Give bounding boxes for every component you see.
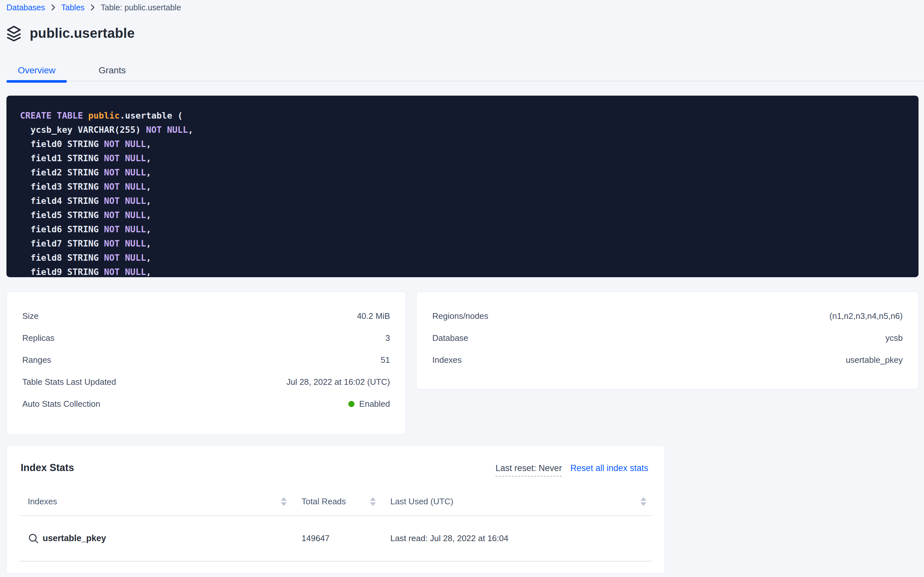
breadcrumb: Databases Tables Table: public.usertable [6,2,181,13]
create-table-statement: CREATE TABLE public.usertable ( ycsb_key… [6,96,919,277]
column-header-total-reads[interactable]: Total Reads [291,496,380,506]
summary-row-size: Size 40.2 MiB [22,305,390,327]
row-label: Regions/nodes [432,311,488,321]
sql-line: CREATE TABLE public.usertable ( [20,108,906,123]
chevron-right-icon [90,4,95,11]
row-value: 40.2 MiB [357,311,390,321]
index-table-header: Indexes Total Reads Last Used (UTC) [20,487,652,516]
breadcrumb-link-databases[interactable]: Databases [6,2,45,13]
row-label: Database [432,333,468,343]
row-label: Ranges [22,355,51,365]
summary-row-database: Database ycsb [432,327,903,349]
sql-line: field9 STRING NOT NULL, [20,265,906,277]
summary-row-regions: Regions/nodes (n1,n2,n3,n4,n5,n6) [432,305,903,327]
sql-line: field7 STRING NOT NULL, [20,237,906,251]
summary-row-auto-stats: Auto Stats Collection Enabled [22,393,390,415]
reset-index-stats-link[interactable]: Reset all index stats [570,463,648,473]
row-value: Enabled [348,399,390,409]
table-summary-card: Size 40.2 MiB Replicas 3 Ranges 51 Table… [6,292,406,435]
row-value: 51 [381,355,390,365]
page-title-block: public.usertable [6,25,135,41]
breadcrumb-link-tables[interactable]: Tables [61,2,85,13]
sql-line: field3 STRING NOT NULL, [20,180,906,194]
summary-row-indexes: Indexes usertable_pkey [432,349,903,371]
table-location-card: Regions/nodes (n1,n2,n3,n4,n5,n6) Databa… [416,292,919,389]
sort-arrows-icon [370,497,376,506]
sort-arrows-icon [281,497,287,506]
column-header-indexes[interactable]: Indexes [20,496,291,506]
table-stack-icon [6,25,21,41]
column-label: Indexes [28,496,57,506]
search-icon [28,533,39,544]
tab-overview[interactable]: Overview [6,60,67,81]
status-enabled-dot-icon [348,401,355,407]
column-header-last-used[interactable]: Last Used (UTC) [380,496,652,506]
summary-row-ranges: Ranges 51 [22,349,390,371]
tab-grants[interactable]: Grants [82,60,142,81]
column-label: Last Used (UTC) [390,496,453,506]
tab-bar: Overview Grants [0,60,924,81]
sort-arrows-icon [641,497,646,506]
sql-line: field8 STRING NOT NULL, [20,251,906,265]
column-label: Total Reads [302,496,346,506]
row-value: Jul 28, 2022 at 16:02 (UTC) [286,377,390,387]
row-value: ycsb [885,333,903,343]
sql-line: field6 STRING NOT NULL, [20,222,906,237]
row-label: Indexes [432,355,462,365]
index-table-row: usertable_pkey 149647 Last read: Jul 28,… [20,516,652,561]
last-reset-label[interactable]: Last reset: Never [496,463,562,477]
chevron-right-icon [51,4,56,11]
sql-line: field5 STRING NOT NULL, [20,208,906,222]
row-label: Replicas [22,333,55,343]
row-label: Table Stats Last Updated [22,377,116,387]
index-last-used: Last read: Jul 28, 2022 at 16:04 [380,533,652,543]
sql-line: field2 STRING NOT NULL, [20,165,906,180]
status-text: Enabled [359,399,390,409]
index-stats-card: Index Stats Last reset: Never Reset all … [6,445,665,574]
row-label: Auto Stats Collection [22,399,100,409]
row-value: 3 [386,333,390,343]
index-total-reads: 149647 [291,533,380,543]
index-stats-header: Index Stats Last reset: Never Reset all … [7,446,664,477]
index-stats-table: Indexes Total Reads Last Used (UTC) [20,487,652,561]
summary-row-stats-updated: Table Stats Last Updated Jul 28, 2022 at… [22,371,390,393]
index-name-link[interactable]: usertable_pkey [43,533,106,543]
row-value: usertable_pkey [846,355,903,365]
summary-row-replicas: Replicas 3 [22,327,390,349]
sql-line: field1 STRING NOT NULL, [20,151,906,165]
row-value: (n1,n2,n3,n4,n5,n6) [829,311,903,321]
index-stats-title: Index Stats [21,462,74,474]
page-title: public.usertable [30,26,135,41]
breadcrumb-current: Table: public.usertable [101,2,181,13]
row-label: Size [22,311,39,321]
sql-line: field4 STRING NOT NULL, [20,194,906,208]
sql-line: field0 STRING NOT NULL, [20,137,906,151]
sql-line: ycsb_key VARCHAR(255) NOT NULL, [20,123,906,137]
